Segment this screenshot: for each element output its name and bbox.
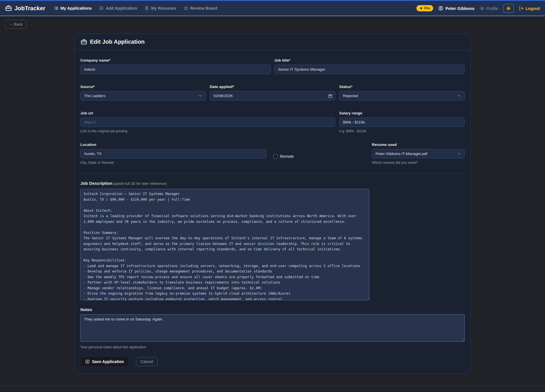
briefcase-icon [5, 5, 12, 12]
row-location-resume: Location City, State or Remote Remote Re… [80, 142, 465, 165]
gear-icon [480, 6, 485, 11]
job-title-input[interactable] [274, 65, 465, 74]
date-applied-label: Date applied* [210, 85, 335, 89]
job-title-label: Job title* [274, 58, 465, 62]
resume-used-hint: Which resume did you send? [372, 161, 465, 165]
cancel-button[interactable]: Cancel [136, 357, 158, 366]
star-icon [420, 7, 423, 10]
nav-item-review-board[interactable]: Review Board [184, 6, 217, 11]
section-divider [80, 173, 465, 173]
edit-application-card: Edit Job Application Company name* Job t… [74, 33, 471, 374]
save-icon [85, 359, 90, 364]
nav-item-my-resumes[interactable]: My Resumes [144, 6, 176, 11]
remote-checkbox-wrap: Remote [273, 154, 294, 159]
notes-textarea[interactable]: They asked me to come in on Saturday. Ag… [80, 314, 465, 342]
star-icon [184, 6, 188, 11]
back-button[interactable]: ← Back [5, 20, 27, 29]
list-icon [54, 6, 58, 11]
resume-used-value: Peter-Gibbons-IT-Manager.pdf [376, 152, 427, 156]
remote-checkbox[interactable] [273, 154, 278, 159]
resume-used-label: Resume used [372, 142, 465, 147]
status-label: Status* [339, 85, 465, 89]
footer: © 2026 JobTracker · Terms of Service · P… [0, 385, 545, 392]
page-title: Edit Job Application [90, 39, 145, 45]
plus-circle-icon [99, 6, 104, 11]
nav-links: My Applications Add Application My Resum… [54, 6, 217, 11]
salary-range-label: Salary range [339, 111, 465, 115]
nav-right: Pro Peter Gibbons Profile [416, 4, 540, 13]
source-select[interactable]: The Ladders [80, 91, 206, 100]
company-name-label: Company name* [80, 58, 271, 62]
status-select[interactable]: Rejected [339, 91, 465, 100]
salary-range-input[interactable] [339, 118, 465, 127]
form-actions: Save Application Cancel [80, 357, 465, 367]
user-name: Peter Gibbons [445, 6, 475, 11]
job-url-hint: Link to the original job posting [80, 129, 335, 133]
nav-item-label: Review Board [190, 6, 217, 11]
nav-item-add-application[interactable]: Add Application [99, 6, 137, 11]
location-label: Location [80, 142, 267, 147]
job-description-label: Job Description [80, 181, 112, 186]
save-application-button[interactable]: Save Application [80, 357, 129, 367]
logout-link[interactable]: Logout [519, 6, 540, 11]
notes-hint: Your personal notes about this applicati… [80, 345, 465, 349]
brand[interactable]: JobTracker [5, 5, 45, 12]
nav-item-my-applications[interactable]: My Applications [54, 6, 92, 11]
card-header: Edit Job Application [75, 34, 470, 50]
nav-item-label: Add Application [106, 6, 137, 11]
job-url-label: Job url [80, 111, 335, 115]
theme-toggle-button[interactable] [503, 4, 514, 13]
nav-bar: JobTracker My Applications Add Applicati… [0, 0, 545, 16]
row-source-date-status: Source* The Ladders Date applied* [80, 85, 465, 100]
job-url-input[interactable] [80, 118, 335, 127]
logout-icon [519, 6, 524, 11]
date-applied-input[interactable] [210, 91, 335, 100]
brand-title: JobTracker [14, 5, 45, 12]
row-company-title: Company name* Job title* [80, 58, 465, 74]
resume-used-select[interactable]: Peter-Gibbons-IT-Manager.pdf [372, 149, 465, 158]
resume-icon [144, 6, 149, 11]
location-hint: City, State or Remote [80, 161, 267, 165]
remote-label: Remote [280, 154, 294, 159]
nav-item-label: My Resumes [151, 6, 176, 11]
chevron-down-icon [457, 94, 461, 98]
chevron-down-icon [198, 94, 202, 98]
location-input[interactable] [80, 149, 267, 158]
salary-range-hint: e.g. $90k - $110k [339, 129, 465, 133]
job-description-label-suffix: (paste full JD for later reference) [114, 181, 167, 186]
sun-icon [506, 6, 511, 11]
notes-label: Notes [80, 307, 465, 312]
pro-badge: Pro [416, 5, 433, 11]
nav-item-label: My Applications [60, 6, 92, 11]
page-content: ← Back Edit Job Application Company name… [0, 16, 545, 392]
source-label: Source* [80, 85, 206, 89]
user-circle-icon [438, 6, 443, 11]
status-value: Rejected [343, 94, 358, 98]
job-description-textarea[interactable]: Initech Corporation — Senior IT Systems … [80, 189, 369, 300]
row-url-salary: Job url Link to the original job posting… [80, 111, 465, 133]
profile-link[interactable]: Profile [480, 6, 498, 11]
company-name-input[interactable] [80, 65, 271, 74]
briefcase-icon [81, 39, 87, 45]
chevron-down-icon [457, 152, 461, 156]
user-chip: Peter Gibbons [438, 6, 475, 11]
card-body: Company name* Job title* Source* The Lad… [75, 50, 470, 374]
source-value: The Ladders [84, 94, 106, 98]
